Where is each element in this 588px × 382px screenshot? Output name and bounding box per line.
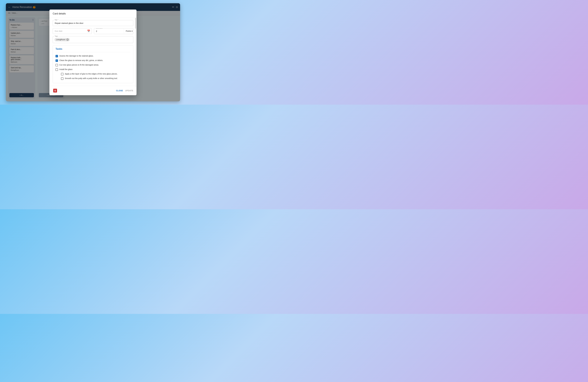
estimates-unit-dropdown[interactable]: Points ▾ (124, 28, 133, 34)
task-text-6: Smooth out the putty with a putty knife … (65, 77, 118, 79)
task-item-6: Smooth out the putty with a putty knife … (61, 76, 130, 81)
tags-label: Tags (54, 35, 58, 37)
title-input[interactable] (53, 20, 133, 26)
estimates-label: Estimates (95, 28, 103, 29)
task-checkbox-4[interactable] (56, 68, 58, 71)
estimates-input[interactable] (94, 28, 124, 34)
title-label: Title * (54, 19, 59, 21)
scrollbar-thumb[interactable] (135, 18, 136, 29)
due-date-input[interactable] (53, 28, 92, 34)
task-item-1: Assess the damage to the stained glass. (56, 54, 130, 58)
task-checkbox-3[interactable] (56, 64, 58, 66)
task-item-5: Apply a thin layer of glue to the edges … (61, 72, 130, 76)
tasks-title: Tasks (56, 47, 130, 52)
date-estimates-row: 📅 Estimates Points ▾ (53, 28, 133, 34)
tag-chip-text: LivingRoom (56, 39, 65, 41)
tag-remove-button[interactable]: ✕ (66, 38, 69, 41)
update-button[interactable]: UPDATE (125, 90, 133, 92)
task-checkbox-6[interactable] (61, 77, 63, 80)
task-checkbox-5[interactable] (61, 73, 63, 75)
task-item-4: Install the glass (56, 67, 130, 72)
dialog-footer: CLOSE UPDATE (49, 86, 137, 95)
task-checkbox-2[interactable] (56, 59, 58, 62)
task-text-4: Install the glass (59, 68, 73, 70)
close-button[interactable]: CLOSE (116, 90, 123, 92)
app-window: ← Home Renovation 🍊 ✏ ⊙ All / Welc... To… (6, 3, 180, 101)
task-text-3: Cut new glass pieces to fit the damaged … (59, 64, 99, 66)
due-date-field: 📅 (53, 28, 92, 34)
tag-chip-livingroom: LivingRoom ✕ (54, 38, 70, 42)
task-text-1: Assess the damage to the stained glass. (59, 55, 93, 57)
card-details-dialog: Card details Title * 📅 Estimates (49, 10, 137, 95)
dialog-header: Card details (49, 10, 137, 18)
tags-field-group: Tags LivingRoom ✕ (53, 36, 133, 43)
dialog-overlay: Card details Title * 📅 Estimates (6, 3, 180, 101)
title-field-group: Title * (53, 20, 133, 26)
dialog-title: Card details (53, 12, 133, 15)
dialog-body: Title * 📅 Estimates Points ▾ (49, 18, 137, 86)
task-item-2: Clean the glass to remove any dirt, grim… (56, 58, 130, 63)
chevron-down-icon: ▾ (132, 30, 133, 32)
delete-button[interactable] (53, 88, 58, 93)
task-text-2: Clean the glass to remove any dirt, grim… (59, 59, 103, 62)
calendar-icon: 📅 (87, 30, 90, 33)
tasks-section: Tasks Assess the damage to the stained g… (53, 45, 133, 83)
task-item-3: Cut new glass pieces to fit the damaged … (56, 63, 130, 67)
delete-icon (53, 89, 57, 92)
task-checkbox-1[interactable] (56, 55, 58, 57)
task-text-5: Apply a thin layer of glue to the edges … (65, 73, 118, 75)
tags-field[interactable]: Tags LivingRoom ✕ (53, 36, 133, 43)
estimates-field: Estimates Points ▾ (94, 28, 133, 34)
footer-actions: CLOSE UPDATE (116, 90, 133, 92)
scrollbar-track[interactable] (135, 18, 136, 87)
